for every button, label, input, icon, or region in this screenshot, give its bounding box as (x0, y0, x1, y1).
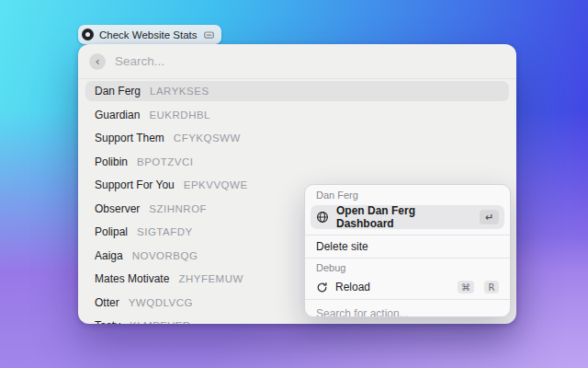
app-logo-icon (82, 29, 94, 40)
site-code: NOVORBQG (132, 250, 198, 261)
enter-key-icon: ↵ (480, 210, 499, 224)
site-name: Polipal (95, 225, 128, 238)
reload-icon (316, 282, 328, 293)
cmd-key-icon: ⌘ (458, 281, 474, 293)
action-search-input[interactable] (311, 305, 504, 317)
site-code: EUKRDHBL (149, 109, 210, 121)
list-item[interactable]: Dan Ferg LARYKSES (85, 81, 509, 101)
r-key-icon: R (484, 281, 499, 293)
delete-site-label: Delete site (316, 240, 368, 253)
list-item[interactable]: Guardian EUKRDHBL (85, 105, 509, 125)
open-dashboard-action[interactable]: Open Dan Ferg Dashboard ↵ (311, 205, 504, 229)
site-name: Tasty (95, 319, 120, 324)
site-name: Aaiga (95, 249, 123, 262)
site-code: ZHYFEMUW (178, 273, 243, 284)
list-item[interactable]: Support Them CFYKQSWW (85, 128, 509, 148)
site-code: YWQDLVCG (129, 297, 193, 308)
open-dashboard-label: Open Dan Ferg Dashboard (336, 204, 472, 230)
reload-label: Reload (335, 281, 370, 293)
site-name: Mates Motivate (95, 272, 169, 285)
printer-icon (203, 29, 215, 40)
site-name: Observer (95, 202, 140, 215)
site-code: EPKVVQWE (184, 179, 248, 190)
menu-debug-section: Debug Reload ⌘ R (305, 259, 510, 299)
search-input[interactable] (115, 54, 505, 68)
chevron-left-icon: ‹ (95, 55, 99, 67)
site-name: Polibin (95, 155, 128, 168)
site-code: SZIHNROF (149, 203, 207, 214)
action-menu: Dan Ferg Open Dan Ferg Dashboard ↵ Delet… (304, 184, 511, 317)
site-name: Otter (95, 296, 119, 309)
delete-site-action[interactable]: Delete site (311, 236, 504, 258)
list-item[interactable]: Polibin BPOTZVCI (85, 152, 509, 172)
menu-section-title: Dan Ferg (311, 190, 504, 201)
site-code: LARYKSES (150, 86, 209, 97)
globe-icon (316, 211, 329, 224)
site-code: BPOTZVCI (137, 156, 194, 167)
site-name: Support For You (95, 178, 175, 191)
site-code: SIGTAFDY (137, 226, 193, 237)
search-bar: ‹ (78, 44, 516, 79)
command-pill-label: Check Website Stats (99, 29, 198, 40)
site-name: Guardian (95, 109, 140, 121)
menu-primary-section: Dan Ferg Open Dan Ferg Dashboard ↵ (305, 185, 510, 235)
site-code: KLMPEVER (130, 320, 191, 324)
back-button[interactable]: ‹ (89, 53, 106, 70)
debug-section-title: Debug (311, 262, 504, 274)
site-name: Dan Ferg (95, 85, 141, 98)
action-search-bar (305, 300, 510, 317)
command-pill[interactable]: Check Website Stats (78, 25, 221, 44)
site-name: Support Them (95, 132, 164, 144)
reload-action[interactable]: Reload ⌘ R (311, 277, 504, 297)
site-code: CFYKQSWW (174, 132, 241, 144)
menu-delete-section: Delete site (305, 236, 510, 258)
